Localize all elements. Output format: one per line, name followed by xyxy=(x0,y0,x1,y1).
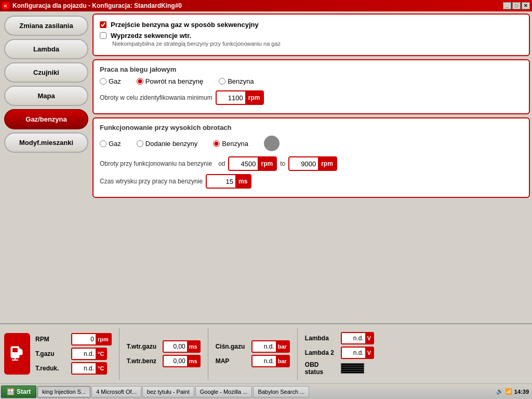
idle-gaz-radio[interactable] xyxy=(100,78,107,85)
twtr-benz-unit: ms xyxy=(187,356,200,366)
idle-gaz-label[interactable]: Gaz xyxy=(109,77,121,85)
idle-rpm-input[interactable] xyxy=(217,91,245,104)
lambda2-label: Lambda 2 xyxy=(305,349,339,356)
twtr-benz-label: T.wtr.benz xyxy=(127,357,161,365)
status-col-4: Lambda V Lambda 2 V OBD status xyxy=(305,332,374,376)
idle-section-title: Praca na biegu jałowym xyxy=(100,65,523,73)
sidebar-item-czujniki[interactable]: Czujniki xyxy=(4,62,88,83)
sequential-label[interactable]: Przejście benzyna gaz w sposób sekwencyj… xyxy=(111,21,259,29)
czas-input[interactable] xyxy=(207,175,235,188)
lambda2-value-group: V xyxy=(341,347,374,359)
twtr-gazu-label: T.wtr.gazu xyxy=(127,343,161,350)
twtr-benz-value[interactable] xyxy=(164,356,187,366)
idle-benzyna-label[interactable]: Benzyna xyxy=(228,77,254,85)
svg-rect-3 xyxy=(19,349,21,351)
sequential-checkbox[interactable] xyxy=(100,21,107,28)
sidebar-item-zmiana-zasilania[interactable]: Zmiana zasilania xyxy=(4,16,88,36)
titlebar-controls[interactable]: _ □ ✕ xyxy=(503,2,530,9)
sidebar-item-modyf-mieszanki[interactable]: Modyf.mieszanki xyxy=(4,132,88,153)
checkbox-row-2: Wyprzedz sekwencje wtr. xyxy=(100,32,523,39)
czas-input-group: ms xyxy=(206,174,251,189)
cisn-gazu-value[interactable] xyxy=(252,341,276,352)
svg-rect-1 xyxy=(12,348,18,352)
map-value-group: bar xyxy=(251,355,290,367)
idle-powrot-radio[interactable] xyxy=(137,78,143,85)
status-col-1: RPM rpm T.gazu °C T.reduk. °C xyxy=(35,333,112,375)
minimize-button[interactable]: _ xyxy=(503,2,511,9)
tray-icons: 🔊 📶 xyxy=(496,388,512,395)
high-gaz-label[interactable]: Gaz xyxy=(109,140,121,148)
taskbar-item-2[interactable]: bez tytułu - Paint xyxy=(142,386,194,397)
sidebar-item-gaz-benzyna[interactable]: Gaz/benzyna xyxy=(4,109,88,129)
maximize-button[interactable]: □ xyxy=(512,2,521,9)
lambda2-unit: V xyxy=(365,348,373,358)
rpm-label: RPM xyxy=(35,336,69,343)
taskbar-item-1[interactable]: 4 Microsoft Of... xyxy=(91,386,141,397)
start-button[interactable]: 🪟 Start xyxy=(1,385,36,398)
idle-radio-benzyna: Benzyna xyxy=(219,77,254,85)
twtr-gazu-unit: ms xyxy=(187,341,200,352)
lambda2-value[interactable] xyxy=(342,348,365,358)
obd-label: OBD status xyxy=(305,361,339,376)
taskbar-items: king Injection S... 4 Microsoft Of... be… xyxy=(37,386,493,397)
wyprzedz-checkbox[interactable] xyxy=(100,32,107,39)
taskbar-item-4[interactable]: Babylon Search ... xyxy=(253,386,309,397)
high-to-word: to xyxy=(280,160,285,167)
taskbar-item-0[interactable]: king Injection S... xyxy=(37,386,90,397)
high-to-unit: rpm xyxy=(318,157,336,170)
idle-rpm-label: Obroty w celu zidentyfikowania minimum xyxy=(100,94,212,101)
treduk-row: T.reduk. °C xyxy=(35,362,112,375)
twtr-benz-row: T.wtr.benz ms xyxy=(127,355,201,367)
titlebar-title: Konfiguracja dla pojazdu - Konfiguracja:… xyxy=(12,2,182,9)
status-bar: RPM rpm T.gazu °C T.reduk. °C T.wtr.gazu xyxy=(0,323,532,383)
gas-icon xyxy=(4,333,30,375)
taskbar-item-3[interactable]: Google - Mozilla ... xyxy=(195,386,252,397)
wyprzedz-label[interactable]: Wyprzedz sekwencje wtr. xyxy=(111,32,191,39)
high-od-input-group: rpm xyxy=(228,156,277,171)
map-value[interactable] xyxy=(252,356,276,366)
high-radio-benzyna: Benzyna xyxy=(213,140,248,148)
czas-row: Czas wtrysku przy pracy na benzynie ms xyxy=(100,174,523,189)
start-icon: 🪟 xyxy=(7,388,15,395)
lambda-value-group: V xyxy=(341,332,374,344)
sidebar-item-lambda[interactable]: Lambda xyxy=(4,39,88,59)
cisn-gazu-unit: bar xyxy=(276,341,289,352)
obd-status-icon xyxy=(341,363,364,374)
idle-rpm-row: Obroty w celu zidentyfikowania minimum r… xyxy=(100,90,523,105)
main-container: Zmiana zasilania Lambda Czujniki Mapa Ga… xyxy=(0,11,532,323)
idle-benzyna-radio[interactable] xyxy=(219,78,225,85)
tgazu-value[interactable] xyxy=(72,349,96,359)
high-rpm-title: Funkcjonowanie przy wysokich obrotach xyxy=(100,124,523,131)
twtr-gazu-value[interactable] xyxy=(164,341,187,352)
high-benzyna-label[interactable]: Benzyna xyxy=(222,140,248,148)
high-to-input[interactable] xyxy=(289,157,318,170)
gray-indicator xyxy=(264,136,280,151)
high-to-input-group: rpm xyxy=(288,156,337,171)
sequential-section: Przejście benzyna gaz w sposób sekwencyj… xyxy=(92,14,530,56)
high-od-word: od xyxy=(218,160,225,167)
sidebar: Zmiana zasilania Lambda Czujniki Mapa Ga… xyxy=(2,14,90,321)
close-button[interactable]: ✕ xyxy=(522,2,530,9)
cisn-gazu-row: Ciśn.gazu bar xyxy=(216,340,290,353)
treduk-label: T.reduk. xyxy=(35,365,69,372)
map-label: MAP xyxy=(216,357,249,365)
high-od-input[interactable] xyxy=(229,157,258,170)
obd-row: OBD status xyxy=(305,361,374,376)
lambda-value[interactable] xyxy=(342,333,365,343)
idle-rpm-input-group: rpm xyxy=(216,90,264,105)
lambda-row: Lambda V xyxy=(305,332,374,344)
idle-powrot-label[interactable]: Powrót na benzynę xyxy=(145,77,203,85)
treduk-value[interactable] xyxy=(72,363,96,374)
rpm-value[interactable] xyxy=(72,334,96,344)
sidebar-item-mapa[interactable]: Mapa xyxy=(4,86,88,106)
idle-radio-gaz: Gaz xyxy=(100,77,121,85)
high-dodanie-radio[interactable] xyxy=(137,140,143,147)
high-dodanie-label[interactable]: Dodanie benzyny xyxy=(145,140,197,148)
cisn-gazu-value-group: bar xyxy=(251,340,290,353)
high-benzyna-radio[interactable] xyxy=(213,140,220,147)
high-gaz-radio[interactable] xyxy=(100,140,107,147)
idle-radio-row: Gaz Powrót na benzynę Benzyna xyxy=(100,77,523,85)
twtr-benz-value-group: ms xyxy=(163,355,201,367)
tray-time: 14:39 xyxy=(514,389,529,395)
tgazu-label: T.gazu xyxy=(35,350,69,357)
